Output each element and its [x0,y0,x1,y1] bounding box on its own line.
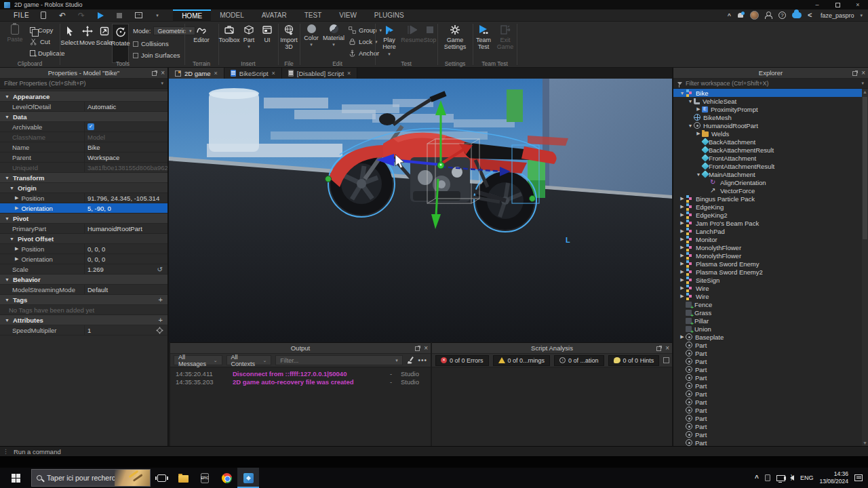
chevron-down-icon[interactable]: ▾ [248,45,250,49]
chevron-down-icon[interactable]: ▾ [310,43,313,47]
explorer-item[interactable]: ▶ProximityPrompt [673,105,862,113]
close-icon[interactable]: × [272,70,275,77]
properties-section-header[interactable]: ▼Transform [0,173,167,183]
notifications-bell-icon[interactable] [737,12,744,19]
play-here-button[interactable]: Play Here▾ [378,24,401,56]
chevron-down-icon[interactable]: ▾ [332,43,335,47]
property-value[interactable]: 5, -90, 0 [85,203,167,213]
stop-button[interactable] [115,11,124,20]
explorer-item[interactable]: Part [673,382,862,390]
tree-right-arrow-icon[interactable]: ▶ [679,204,686,209]
import-3d-button[interactable]: Import 3D [277,24,300,51]
tree-down-arrow-icon[interactable]: ▼ [687,123,694,128]
explorer-item[interactable]: ▶Welds [673,129,862,138]
cloud-sync-icon[interactable] [792,12,802,18]
collapse-arrow-icon[interactable]: ▼ [5,216,9,221]
explorer-scrollbar[interactable]: ▲ ▼ [862,89,868,446]
join-surfaces-checkbox[interactable]: Join Surfaces [133,50,180,60]
property-row-speedmultipiler[interactable]: SpeedMultipiler1 [0,325,167,336]
property-row-classname[interactable]: ClassNameModel [0,132,167,142]
add-icon[interactable]: + [159,316,163,324]
explorer-item[interactable]: AlignOrientation [673,178,862,186]
property-row-levelofdetail[interactable]: LevelOfDetailAutomatic [0,102,167,112]
explorer-item[interactable]: Part [673,341,862,349]
properties-section-header[interactable]: ▼Tags+ [0,295,167,305]
output-header[interactable]: Output × [170,343,431,354]
command-bar-input[interactable]: Run a command [14,448,61,455]
collapse-ribbon-icon[interactable]: ^ [728,12,731,19]
tree-right-arrow-icon[interactable]: ▶ [679,220,686,226]
explorer-item[interactable]: BackAttachmentResult [673,146,862,154]
warnings-filter-button[interactable]: 0 of 0...rnings [493,355,551,366]
play-button[interactable] [96,11,105,20]
expand-arrow-icon[interactable]: ▶ [15,256,18,262]
property-row-position[interactable]: ▶Position0, 0, 0 [0,244,167,254]
tree-right-arrow-icon[interactable]: ▶ [679,228,686,234]
properties-section-header[interactable]: ▼Attributes+ [0,315,167,325]
explorer-item[interactable]: Part [673,406,862,414]
tree-right-arrow-icon[interactable]: ▶ [679,253,686,258]
color-button[interactable]: Color▾ [301,24,321,47]
maximize-button[interactable] [827,0,848,9]
tree-right-arrow-icon[interactable]: ▶ [695,131,702,136]
property-value[interactable]: 91.796, 24.345, -105.314 [85,193,167,203]
errors-filter-button[interactable]: ✕0 of 0 Errors [435,355,489,366]
paste-button[interactable]: Paste [3,24,26,43]
redo-button[interactable]: ↷ [77,11,86,20]
close-icon[interactable]: × [424,345,428,352]
explorer-item[interactable]: ▶EdgeKing [673,203,862,211]
tab-view[interactable]: VIEW [330,9,366,22]
tab-model[interactable]: MODEL [211,9,253,22]
property-value[interactable]: 0, 0, 0 [85,244,167,253]
cut-button[interactable]: Cut [30,37,50,47]
output-filter-input[interactable]: Filter...▾ [275,355,402,365]
tab-home[interactable]: HOME [173,9,211,22]
resume-button[interactable]: Resume [402,24,422,43]
explorer-item[interactable]: Fence [673,300,862,308]
explorer-item[interactable]: ▶Monitor [673,235,862,243]
explorer-item[interactable]: ▶LanchPad [673,227,862,235]
new-file-button[interactable] [39,11,48,20]
information-filter-button[interactable]: i0 of ...ation [554,355,604,366]
property-row-archivable[interactable]: Archivable✓ [0,122,167,132]
notification-center-icon[interactable] [854,474,863,481]
properties-section-header[interactable]: ▼Pivot [0,214,167,224]
property-row-uniqueid[interactable]: UniqueId3a81fb0e138155d806ba9629000... [0,163,167,173]
game-settings-button[interactable]: Game Settings [442,24,468,51]
popout-icon[interactable] [852,71,857,76]
contexts-filter-dropdown[interactable]: All Contexts⌄ [226,355,272,365]
property-row-scale[interactable]: Scale1.269↺ [0,264,167,274]
close-icon[interactable]: × [347,70,351,77]
collapse-arrow-icon[interactable]: ▼ [5,94,9,99]
popout-icon[interactable] [656,346,661,351]
collapse-arrow-icon[interactable]: ▼ [5,277,9,282]
help-icon[interactable]: ? [778,12,786,19]
explorer-item[interactable]: ▶MonolythFlower [673,243,862,251]
add-icon[interactable]: + [159,296,163,304]
property-value[interactable]: Default [85,285,167,294]
tree-down-arrow-icon[interactable]: ▼ [679,91,686,96]
explorer-item[interactable]: Part [673,398,862,406]
undo-button[interactable]: ↶ [58,11,67,20]
collisions-checkbox[interactable]: Collisions [133,39,169,49]
start-button[interactable] [0,468,31,488]
tab-test[interactable]: TEST [296,9,331,22]
property-value[interactable]: 3a81fb0e138155d806ba9629000... [85,163,167,172]
explorer-item[interactable]: Part [673,414,862,422]
property-row-position[interactable]: ▶Position91.796, 24.345, -105.314 [0,193,167,203]
explorer-item[interactable]: Part [673,390,862,398]
checkbox-checked-icon[interactable]: ✓ [87,123,94,130]
property-value[interactable]: 1.269↺ [85,264,167,274]
exit-game-button[interactable]: Exit Game [495,24,515,51]
part-button[interactable]: Part▾ [240,24,258,49]
toolbox-button[interactable]: Toolbox [219,24,239,43]
reset-icon[interactable]: ↺ [157,266,163,273]
popout-icon[interactable] [415,346,420,351]
explorer-item[interactable]: Part [673,349,862,357]
property-value[interactable]: Model [85,132,167,142]
explorer-item[interactable]: Part [673,430,862,439]
properties-subsection-header[interactable]: ▼Origin [0,183,167,193]
close-icon[interactable]: × [861,70,865,77]
property-row-parent[interactable]: ParentWorkspace [0,152,167,163]
tree-right-arrow-icon[interactable]: ▶ [679,237,686,242]
